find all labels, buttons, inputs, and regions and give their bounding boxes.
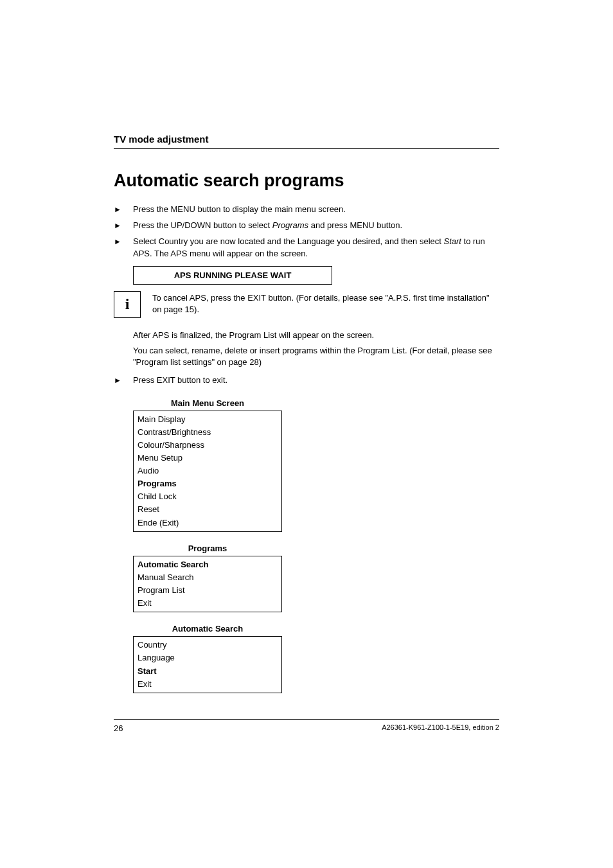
bullet-arrow-icon: ► xyxy=(114,236,133,247)
paragraph: You can select, rename, delete or insert… xyxy=(133,345,499,368)
paragraph: After APS is finalized, the Program List… xyxy=(133,330,499,341)
menu-box-programs: Automatic SearchManual SearchProgram Lis… xyxy=(133,556,282,613)
menu-caption-autosearch: Automatic Search xyxy=(133,624,282,633)
bullet-arrow-icon: ► xyxy=(114,220,133,231)
menu-item: Ende (Exit) xyxy=(138,517,278,529)
menu-item: Programs xyxy=(138,477,278,490)
text-run-italic: Programs xyxy=(272,220,308,230)
bullet-arrow-icon: ► xyxy=(114,375,133,386)
document-id: A26361-K961-Z100-1-5E19, edition 2 xyxy=(382,723,499,733)
after-aps-block: After APS is finalized, the Program List… xyxy=(133,330,499,369)
step-item: ► Press EXIT button to exit. xyxy=(114,375,499,386)
menu-box-main: Main DisplayContrast/BrightnessColour/Sh… xyxy=(133,411,282,532)
step-text: Press EXIT button to exit. xyxy=(133,375,499,386)
page-container: TV mode adjustment Automatic search prog… xyxy=(0,0,613,868)
menu-item: Exit xyxy=(138,597,278,610)
menu-item: Country xyxy=(138,639,278,651)
text-run: Select Country you are now located and t… xyxy=(133,236,444,246)
section-heading: Automatic search programs xyxy=(114,171,499,191)
step-item: ► Select Country you are now located and… xyxy=(114,236,499,259)
menu-item: Reset xyxy=(138,503,278,516)
info-text: To cancel APS, press the EXIT button. (F… xyxy=(152,291,499,315)
step-text: Press the UP/DOWN button to select Progr… xyxy=(133,220,499,231)
step-text: Select Country you are now located and t… xyxy=(133,236,499,259)
page-header-title: TV mode adjustment xyxy=(114,134,499,149)
menu-caption-programs: Programs xyxy=(133,544,282,553)
step-item: ► Press the MENU button to display the m… xyxy=(114,204,499,215)
menu-item: Exit xyxy=(138,678,278,691)
step-list: ► Press EXIT button to exit. xyxy=(114,375,499,386)
step-item: ► Press the UP/DOWN button to select Pro… xyxy=(114,220,499,231)
menu-caption-main: Main Menu Screen xyxy=(133,398,282,408)
menu-item: Program List xyxy=(138,584,278,597)
menu-box-autosearch: CountryLanguageStartExit xyxy=(133,636,282,693)
menu-item: Start xyxy=(138,665,278,678)
menu-item: Menu Setup xyxy=(138,452,278,465)
menu-item: Automatic Search xyxy=(138,558,278,571)
info-row: i To cancel APS, press the EXIT button. … xyxy=(114,291,499,318)
text-run: and press MENU button. xyxy=(308,220,402,230)
info-icon: i xyxy=(114,291,141,318)
menu-item: Manual Search xyxy=(138,571,278,584)
text-run: Press the UP/DOWN button to select xyxy=(133,220,272,230)
step-text: Press the MENU button to display the mai… xyxy=(133,204,499,215)
step-list: ► Press the MENU button to display the m… xyxy=(114,204,499,260)
page-number: 26 xyxy=(114,723,123,733)
menu-item: Main Display xyxy=(138,413,278,426)
text-run-italic: Start xyxy=(444,236,461,246)
menu-item: Contrast/Brightness xyxy=(138,426,278,439)
menu-item: Colour/Sharpness xyxy=(138,439,278,452)
page-footer: 26 A26361-K961-Z100-1-5E19, edition 2 xyxy=(114,719,499,733)
bullet-arrow-icon: ► xyxy=(114,204,133,215)
menu-item: Child Lock xyxy=(138,490,278,503)
menu-item: Audio xyxy=(138,465,278,477)
menu-item: Language xyxy=(138,651,278,664)
aps-banner-box: APS RUNNING PLEASE WAIT xyxy=(133,266,332,285)
